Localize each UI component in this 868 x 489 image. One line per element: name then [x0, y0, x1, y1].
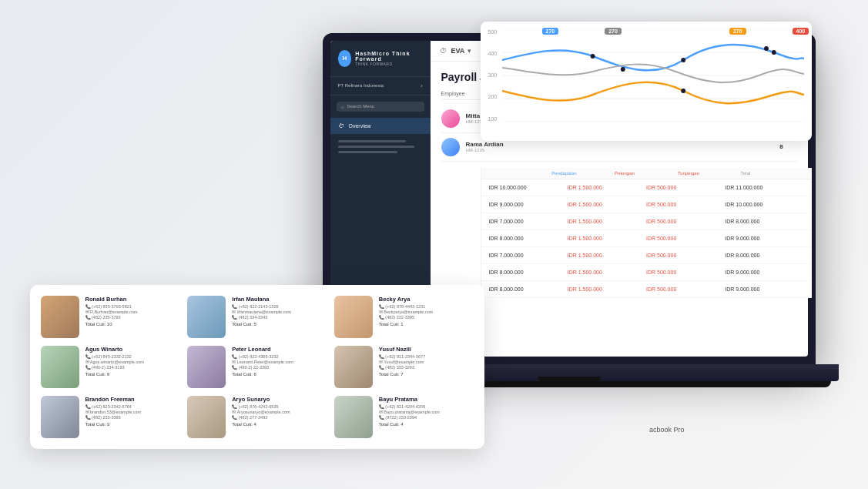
bayu-info: Bayu Pratama 📞 (+62) 821-4204-6206 ✉ Bay…: [379, 396, 474, 427]
data-row-6: IDR 8.000.000 IDR 1.500.000 IDR 500.000 …: [481, 264, 812, 281]
company-chevron-icon: ›: [421, 83, 422, 89]
employee-card-agus: Agus Winarto 📞 (+62) 845-2332-2132 ✉ Agu…: [41, 346, 180, 388]
chart-badge-blue: 270: [542, 28, 559, 35]
ronald-avatar: [41, 296, 79, 338]
th-total: Total: [741, 171, 804, 176]
y-label-300: 300: [488, 72, 498, 78]
brandon-name: Brandon Freeman: [85, 396, 180, 403]
rama-avatar: [441, 138, 460, 156]
agus-info: Agus Winarto 📞 (+62) 845-2332-2132 ✉ Agu…: [85, 346, 180, 377]
yusuf-name: Yusuf Nazili: [379, 346, 474, 353]
ronald-email: ✉ R.Burhan@example.com: [85, 310, 180, 314]
bayu-avatar: [334, 396, 373, 438]
employee-card-bayu: Bayu Pratama 📞 (+62) 821-4204-6206 ✉ Bay…: [334, 396, 474, 438]
total-7: IDR 9.000.000: [725, 286, 803, 292]
sidebar-company[interactable]: PT Refinera Indonesia ›: [330, 77, 431, 95]
brandon-email: ✉ brandon.53@example.com: [85, 410, 180, 414]
data-table-header: Pendapatan Potongan Tunjangan Total: [481, 168, 812, 179]
employee-card-yusuf: Yusuf Nazili 📞 (+62) 811-2344-5677 ✉ Yus…: [334, 346, 474, 388]
agus-avatar: [41, 346, 79, 388]
base-2: IDR 9.000.000: [489, 202, 568, 207]
employee-cards-panel: Ronald Burhan 📞 (+62) 835-3793-5821 ✉ R.…: [30, 285, 484, 449]
rama-name: Rama Ardian: [466, 141, 766, 148]
search-icon: ⌕: [341, 104, 344, 109]
yusuf-email: ✉ Yusuf@example.com: [379, 360, 474, 364]
scene: H HashMicro Think Forward THINK FORWARD …: [30, 18, 839, 472]
th-tunjangan: Tunjangan: [678, 171, 741, 176]
brandon-cuti: Total Cuti: 3: [85, 422, 180, 427]
brand-name: HashMicro Think Forward: [355, 51, 422, 62]
becky-name: Becky Arya: [379, 296, 474, 303]
sidebar-bar-1: [338, 140, 406, 142]
employee-card-peter: Peter Leonard 📞 (+62) 823-4366-3232 ✉ Le…: [187, 346, 327, 388]
sidebar-bar-3: [338, 151, 397, 153]
aryo-phone1: 📞 (+62) 876-4242-6535: [232, 404, 327, 409]
bonus-1: IDR 500.000: [646, 185, 725, 190]
y-label-400: 400: [488, 51, 498, 56]
chart-badge-orange: 270: [729, 28, 746, 35]
aryo-info: Aryo Sunaryo 📞 (+62) 876-4242-6535 ✉ Ary…: [232, 396, 327, 427]
total-1: IDR 11.000.000: [725, 185, 803, 190]
agus-cuti: Total Cuti: 9: [85, 372, 180, 377]
becky-info: Becky Arya 📞 (+62) 878-4443-1231 ✉ Becky…: [379, 296, 474, 327]
employee-card-ronald: Ronald Burhan 📞 (+62) 835-3793-5821 ✉ R.…: [41, 296, 180, 338]
agus-email: ✉ Agus.winarto@example.com: [85, 360, 180, 364]
base-4: IDR 8.000.000: [489, 236, 568, 241]
bayu-email: ✉ Bayu.pratama@example.com: [379, 410, 474, 414]
rama-id: HM-1235: [466, 148, 766, 152]
chart-svg-container: [502, 29, 804, 122]
svg-point-6: [681, 58, 685, 62]
bayu-cuti: Total Cuti: 4: [379, 422, 474, 427]
bonus-5: IDR 500.000: [646, 253, 725, 258]
irfan-info: Irfan Maulana 📞 (+62) 822-2143-1326 ✉ Ir…: [232, 296, 327, 327]
ronald-info: Ronald Burhan 📞 (+62) 835-3793-5821 ✉ R.…: [85, 296, 180, 327]
bonus-7: IDR 500.000: [646, 286, 725, 292]
company-name: PT Refinera Indonesia: [338, 83, 384, 88]
brandon-info: Brandon Freeman 📞 (+62) 823-2342-6764 ✉ …: [85, 396, 180, 427]
ronald-phone1: 📞 (+62) 835-3793-5821: [85, 304, 180, 309]
user-name: EVA: [451, 47, 465, 55]
sidebar-overview-label: Overview: [349, 123, 371, 129]
ronald-name: Ronald Burhan: [85, 296, 180, 303]
sidebar-item-overview[interactable]: ⏱ Overview: [330, 118, 431, 134]
sidebar-bar-2: [338, 146, 414, 148]
base-1: IDR 10.000.000: [489, 185, 568, 190]
irfan-phone1: 📞 (+62) 822-2143-1326: [232, 304, 327, 309]
sidebar-bars: [330, 134, 431, 159]
bayu-phone2: 📞 (9722) 233-2394: [379, 415, 474, 420]
search-placeholder: Search Menu: [347, 104, 375, 109]
yusuf-phone2: 📞 (482) 333-3293: [379, 365, 474, 370]
hashmicro-logo-icon: H: [338, 50, 352, 67]
yusuf-avatar: [334, 346, 373, 388]
sidebar-search[interactable]: ⌕ Search Menu: [337, 102, 424, 112]
total-5: IDR 8.000.000: [725, 253, 803, 258]
peter-phone1: 📞 (+62) 823-4366-3232: [232, 354, 327, 359]
y-label-200: 200: [488, 94, 498, 99]
employee-card-aryo: Aryo Sunaryo 📞 (+62) 876-4242-6535 ✉ Ary…: [187, 396, 327, 438]
becky-avatar: [334, 296, 373, 338]
bayu-name: Bayu Pratama: [379, 396, 474, 403]
bonus-4: IDR 500.000: [646, 236, 725, 241]
yusuf-cuti: Total Cuti: 7: [379, 372, 474, 377]
yusuf-phone1: 📞 (+62) 811-2344-5677: [379, 354, 474, 359]
employee-card-brandon: Brandon Freeman 📞 (+62) 823-2342-6764 ✉ …: [41, 396, 180, 438]
peter-cuti: Total Cuti: 6: [232, 372, 327, 377]
bonus-3: IDR 500.000: [646, 219, 725, 224]
base-7: IDR 8.000.000: [489, 286, 568, 292]
chart-panel: 270 270 270 400 500 400 300 200 100: [481, 22, 812, 141]
deduct-7: IDR 1.500.000: [568, 286, 646, 292]
deduct-3: IDR 1.500.000: [568, 219, 646, 224]
irfan-avatar: [187, 296, 226, 338]
aryo-name: Aryo Sunaryo: [232, 396, 327, 403]
becky-phone1: 📞 (+62) 878-4443-1231: [379, 304, 474, 309]
brandon-phone2: 📞 (482) 233-3393: [85, 415, 180, 420]
brand-tagline: THINK FORWARD: [355, 62, 422, 66]
aryo-avatar: [187, 396, 226, 438]
rama-leaves: 8: [766, 143, 797, 150]
bonus-2: IDR 500.000: [646, 202, 725, 207]
sidebar-logo-text: HashMicro Think Forward THINK FORWARD: [355, 51, 422, 66]
svg-point-10: [764, 46, 769, 51]
user-chevron-icon: ▾: [468, 47, 471, 55]
bonus-6: IDR 500.000: [646, 270, 725, 275]
data-row-1: IDR 10.000.000 IDR 1.500.000 IDR 500.000…: [481, 179, 812, 196]
